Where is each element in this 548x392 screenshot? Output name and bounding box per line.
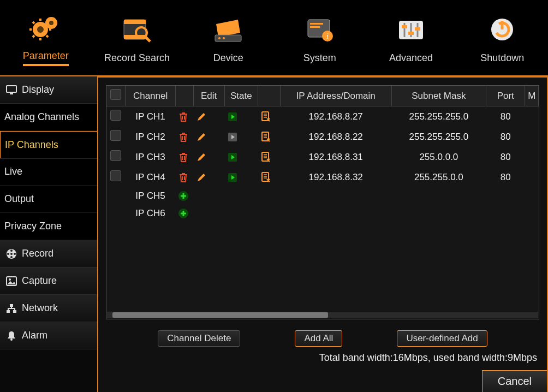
cell-channel: IP CH3 bbox=[126, 147, 176, 167]
sidebar-item-output[interactable]: Output bbox=[0, 186, 97, 213]
row-checkbox[interactable] bbox=[106, 167, 126, 187]
svg-point-36 bbox=[9, 278, 11, 281]
user-defined-add-button[interactable]: User-defined Add bbox=[397, 330, 487, 347]
table-row: IP CH1192.168.8.27255.255.255.080 bbox=[106, 106, 539, 127]
sidebar-item-ip-channels[interactable]: IP Channels bbox=[0, 131, 97, 158]
header-state: State bbox=[224, 86, 258, 106]
row-checkbox[interactable] bbox=[106, 127, 126, 147]
document-edit-icon[interactable] bbox=[258, 147, 280, 167]
svg-rect-5 bbox=[124, 20, 146, 24]
table-row: IP CH5 bbox=[106, 187, 539, 205]
topnav-system[interactable]: i System bbox=[274, 0, 365, 75]
channel-delete-button[interactable]: Channel Delete bbox=[158, 330, 240, 347]
horizontal-scrollbar[interactable] bbox=[107, 312, 538, 318]
topnav-label: Device bbox=[213, 52, 243, 64]
sidebar: Display Analog Channels IP Channels Live… bbox=[0, 76, 97, 392]
row-checkbox[interactable] bbox=[106, 147, 126, 167]
window-info-icon: i bbox=[302, 12, 337, 47]
trash-icon[interactable] bbox=[175, 147, 193, 167]
play-icon[interactable] bbox=[224, 147, 258, 167]
add-channel-icon[interactable] bbox=[175, 187, 193, 205]
pencil-icon[interactable] bbox=[193, 167, 224, 187]
pencil-icon[interactable] bbox=[193, 147, 224, 167]
sidebar-item-live[interactable]: Live bbox=[0, 158, 97, 186]
cell-port: 80 bbox=[486, 147, 525, 167]
topnav-shutdown[interactable]: Shutdown bbox=[457, 0, 548, 75]
svg-rect-23 bbox=[415, 27, 420, 31]
svg-line-8 bbox=[145, 37, 150, 41]
cancel-button[interactable]: Cancel bbox=[482, 370, 547, 392]
play-icon[interactable] bbox=[224, 167, 258, 187]
svg-point-1 bbox=[37, 26, 44, 33]
header-checkbox[interactable] bbox=[106, 86, 126, 106]
topnav-label: Shutdown bbox=[480, 52, 524, 64]
cell-ip: 192.168.8.27 bbox=[280, 106, 391, 127]
sidebar-item-privacy-zone[interactable]: Privacy Zone bbox=[0, 213, 97, 240]
sidebar-item-label: Analog Channels bbox=[4, 111, 79, 123]
power-icon bbox=[485, 12, 520, 47]
film-search-icon bbox=[120, 12, 154, 47]
play-icon[interactable] bbox=[224, 106, 258, 127]
topnav-label: Advanced bbox=[389, 52, 433, 64]
header-extra: M bbox=[525, 86, 539, 106]
svg-text:i: i bbox=[326, 32, 329, 40]
cell-channel: IP CH4 bbox=[126, 167, 176, 187]
sidebar-item-label: IP Channels bbox=[5, 139, 58, 151]
topnav-record-search[interactable]: Record Search bbox=[91, 0, 182, 75]
table-row: IP CH6 bbox=[106, 205, 539, 222]
document-edit-icon[interactable] bbox=[258, 106, 280, 127]
sidebar-item-analog-channels[interactable]: Analog Channels bbox=[0, 104, 97, 131]
svg-point-40 bbox=[10, 338, 13, 341]
gears-icon bbox=[28, 10, 63, 45]
svg-point-31 bbox=[10, 256, 13, 258]
document-edit-icon[interactable] bbox=[258, 167, 280, 187]
sidebar-item-record[interactable]: Record bbox=[0, 240, 97, 268]
topnav-parameter[interactable]: Parameter bbox=[0, 0, 91, 75]
topnav-device[interactable]: Device bbox=[183, 0, 274, 75]
pencil-icon[interactable] bbox=[193, 106, 224, 127]
sidebar-item-label: Display bbox=[22, 84, 54, 96]
sidebar-item-label: Network bbox=[22, 302, 58, 314]
cell-channel: IP CH6 bbox=[126, 205, 176, 222]
cell-port: 80 bbox=[486, 127, 525, 147]
cell-ip: 192.168.8.32 bbox=[280, 167, 391, 187]
svg-rect-22 bbox=[408, 32, 414, 35]
table-row: IP CH4192.168.8.32255.255.0.080 bbox=[106, 167, 539, 187]
topnav-advanced[interactable]: Advanced bbox=[365, 0, 456, 75]
sidebar-item-capture[interactable]: Capture bbox=[0, 268, 97, 295]
sidebar-item-label: Record bbox=[22, 248, 53, 259]
header-edit: Edit bbox=[193, 86, 224, 106]
trash-icon[interactable] bbox=[175, 167, 193, 187]
hdd-icon bbox=[211, 12, 246, 47]
header-delete bbox=[175, 86, 193, 106]
add-channel-icon[interactable] bbox=[175, 205, 193, 222]
sidebar-item-network[interactable]: Network bbox=[0, 295, 97, 322]
cell-mask: 255.255.0.0 bbox=[391, 167, 486, 187]
row-checkbox[interactable] bbox=[106, 106, 126, 127]
cell-mask: 255.255.255.0 bbox=[391, 106, 486, 127]
pencil-icon[interactable] bbox=[193, 127, 224, 147]
sidebar-item-display[interactable]: Display bbox=[0, 76, 97, 104]
trash-icon[interactable] bbox=[175, 127, 193, 147]
table-row: IP CH3192.168.8.31255.0.0.080 bbox=[106, 147, 539, 167]
svg-rect-21 bbox=[402, 25, 407, 28]
header-channel: Channel bbox=[126, 86, 176, 106]
add-all-button[interactable]: Add All bbox=[295, 330, 342, 347]
table-row: IP CH2192.168.8.22255.255.255.080 bbox=[106, 127, 539, 147]
header-port: Port bbox=[486, 86, 525, 106]
top-nav: Parameter Record Search Device bbox=[0, 0, 548, 76]
cell-channel: IP CH5 bbox=[126, 187, 176, 205]
cell-ip: 192.168.8.31 bbox=[280, 147, 391, 167]
svg-point-33 bbox=[14, 253, 16, 255]
sidebar-item-label: Live bbox=[4, 166, 22, 177]
sidebar-item-alarm[interactable]: Alarm bbox=[0, 322, 97, 349]
trash-icon[interactable] bbox=[175, 106, 193, 127]
bandwidth-text: Total band width:16Mbps, used band width… bbox=[98, 349, 547, 370]
cell-channel: IP CH2 bbox=[126, 127, 176, 147]
document-edit-icon[interactable] bbox=[258, 127, 280, 147]
cell-port: 80 bbox=[486, 106, 525, 127]
cell-ip: 192.168.8.22 bbox=[280, 127, 391, 147]
topnav-label: Record Search bbox=[104, 52, 170, 64]
play-icon[interactable] bbox=[224, 127, 258, 147]
network-icon bbox=[5, 302, 17, 314]
